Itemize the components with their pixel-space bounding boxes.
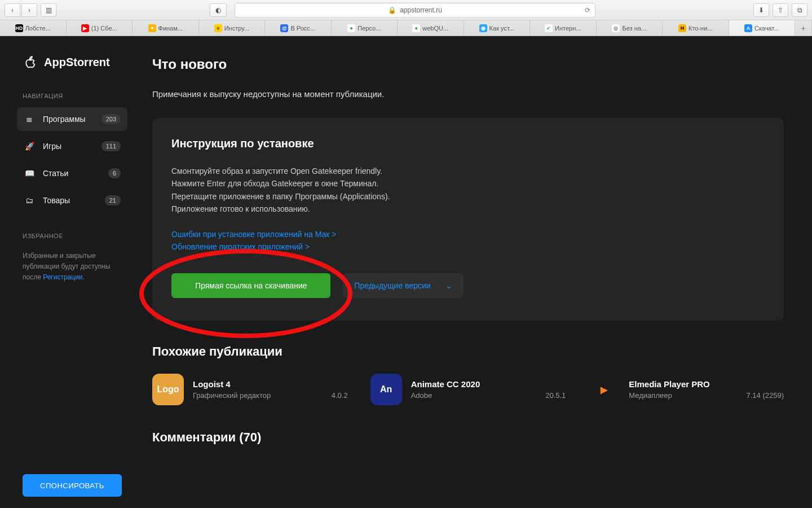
card-title: Logoist 4 — [193, 379, 348, 389]
tab-favicon: ▶ — [81, 24, 89, 32]
reload-icon[interactable]: ⟳ — [585, 6, 590, 14]
nav-badge: 111 — [102, 141, 121, 151]
nav-badge: 6 — [108, 168, 121, 178]
nav-icon: 🗂 — [24, 196, 35, 205]
tab-label: Инстру... — [224, 25, 249, 32]
similar-card[interactable]: An Animate CC 2020 Adobe20.5.1 — [370, 374, 566, 405]
download-button[interactable]: Прямая ссылка на скачивание — [171, 273, 330, 298]
app-icon: Logo — [152, 374, 184, 405]
nav-badge: 21 — [105, 195, 121, 205]
tab-label: Без на... — [622, 25, 646, 32]
browser-tab[interactable]: HКто-ни... — [663, 20, 729, 36]
card-version: 7.14 (2259) — [747, 391, 784, 400]
sidebar-nav-item[interactable]: ≣Программы203 — [17, 107, 127, 131]
tab-label: Персо... — [358, 25, 381, 32]
sponsor-button[interactable]: СПОНСИРОВАТЬ — [23, 474, 122, 497]
browser-tab[interactable]: ✦Финам... — [133, 20, 199, 36]
browser-tab[interactable]: @В Росс... — [265, 20, 332, 36]
install-errors-link[interactable]: Ошибки при установке приложений на Мак > — [171, 228, 765, 240]
tab-label: (1) Сбе... — [91, 25, 117, 32]
browser-toolbar: ‹ › ▥ ◐ 🔒 appstorrent.ru ⟳ ⬇ ⇧ ⧉ — [0, 0, 812, 20]
tab-favicon: @ — [280, 24, 288, 32]
lock-icon: 🔒 — [388, 6, 396, 14]
nav-badge: 203 — [102, 114, 121, 124]
main-content: Что нового Примечания к выпуску недоступ… — [135, 36, 812, 508]
tab-label: В Росс... — [290, 25, 315, 32]
apple-icon — [23, 54, 38, 70]
card-title: Animate CC 2020 — [411, 379, 566, 389]
site-logo[interactable]: AppStorrent — [23, 54, 127, 70]
nav-label: Программы — [43, 115, 94, 124]
browser-tab[interactable]: ▶(1) Сбе... — [67, 20, 133, 36]
tab-favicon: ● — [412, 24, 420, 32]
chevron-down-icon: ⌄ — [445, 281, 452, 290]
sidebar-toggle-button[interactable]: ▥ — [41, 3, 56, 17]
browser-tab[interactable]: ◉Как уст... — [464, 20, 531, 36]
install-instructions-box: Инструкция по установке Смонтируйте обра… — [152, 118, 784, 321]
card-title: Elmedia Player PRO — [629, 379, 784, 389]
new-tab-button[interactable]: + — [795, 20, 812, 36]
tab-label: Лобсте... — [25, 25, 51, 32]
downloads-button[interactable]: ⬇ — [753, 3, 769, 17]
tab-favicon: ≡ — [214, 24, 222, 32]
forward-button[interactable]: › — [21, 3, 37, 17]
register-link[interactable]: Регистрации — [43, 273, 82, 281]
whatsnew-text: Примечания к выпуску недоступны на момен… — [152, 89, 784, 99]
comments-heading: Комментарии (70) — [152, 430, 784, 445]
tab-favicon: ◎ — [612, 24, 620, 32]
share-button[interactable]: ⇧ — [773, 3, 788, 17]
tabs-overview-button[interactable]: ⧉ — [792, 3, 807, 17]
update-link[interactable]: Обновление пиратских приложений > — [171, 240, 765, 253]
tab-bar: HDЛобсте...▶(1) Сбе...✦Финам...≡Инстру..… — [0, 20, 812, 36]
similar-heading: Похожие публикации — [152, 344, 784, 359]
tab-favicon: A — [744, 24, 752, 32]
site-sidebar: AppStorrent НАВИГАЦИЯ ≣Программы203🚀Игры… — [0, 36, 135, 508]
browser-tab[interactable]: ●webQU... — [398, 20, 464, 36]
tab-favicon: ● — [347, 24, 355, 32]
nav-icon: 📖 — [24, 169, 35, 178]
reader-mode-button[interactable]: ◐ — [210, 3, 227, 17]
sidebar-nav-item[interactable]: 🚀Игры111 — [17, 134, 127, 158]
previous-versions-button[interactable]: Предыдущие версии ⌄ — [343, 273, 463, 298]
browser-tab[interactable]: ✓Интерн... — [530, 20, 597, 36]
url-text: appstorrent.ru — [400, 6, 442, 14]
tab-label: Финам... — [158, 25, 183, 32]
tab-label: Как уст... — [489, 25, 514, 32]
nav-icon: 🚀 — [24, 142, 35, 151]
card-subtitle: Adobe — [411, 391, 433, 400]
browser-tab[interactable]: ≡Инстру... — [199, 20, 266, 36]
nav-label: Игры — [43, 142, 94, 151]
tab-label: webQU... — [422, 25, 448, 32]
browser-tab[interactable]: ●Персо... — [332, 20, 398, 36]
browser-tab[interactable]: HDЛобсте... — [0, 20, 67, 36]
address-bar[interactable]: 🔒 appstorrent.ru ⟳ — [235, 3, 595, 17]
tab-favicon: H — [678, 24, 686, 32]
sidebar-nav-item[interactable]: 🗂Товары21 — [17, 189, 127, 212]
whatsnew-heading: Что нового — [152, 56, 784, 72]
similar-card[interactable]: ▶ Elmedia Player PRO Медиаплеер7.14 (225… — [588, 374, 784, 405]
tab-favicon: ✓ — [545, 24, 553, 32]
similar-card[interactable]: Logo Logoist 4 Графический редактор4.0.2 — [152, 374, 348, 405]
brand-text: AppStorrent — [44, 56, 110, 69]
favorites-heading: ИЗБРАННОЕ — [23, 233, 127, 239]
nav-heading: НАВИГАЦИЯ — [23, 93, 127, 99]
install-steps: Смонтируйте образ и запустите Open Gatek… — [171, 165, 765, 216]
favorites-text: Избранные и закрытые публикации будут до… — [23, 251, 127, 283]
tab-favicon: ✦ — [148, 24, 156, 32]
app-icon: ▶ — [588, 374, 620, 405]
tab-label: Скачат... — [754, 25, 779, 32]
sidebar-nav-item[interactable]: 📖Статьи6 — [17, 161, 127, 185]
card-subtitle: Графический редактор — [193, 391, 271, 400]
tab-favicon: HD — [15, 24, 23, 32]
card-subtitle: Медиаплеер — [629, 391, 672, 400]
nav-label: Статьи — [43, 169, 100, 178]
nav-label: Товары — [43, 196, 97, 205]
browser-tab[interactable]: AСкачат... — [729, 20, 796, 36]
browser-tab[interactable]: ◎Без на... — [597, 20, 663, 36]
back-button[interactable]: ‹ — [5, 3, 20, 17]
install-heading: Инструкция по установке — [171, 137, 765, 150]
card-version: 4.0.2 — [332, 391, 348, 400]
card-version: 20.5.1 — [545, 391, 566, 400]
nav-icon: ≣ — [24, 115, 35, 124]
tab-favicon: ◉ — [479, 24, 487, 32]
